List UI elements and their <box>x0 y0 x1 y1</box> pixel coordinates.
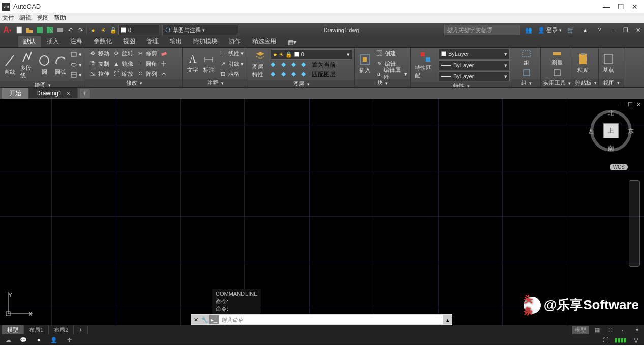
status-chat-icon[interactable]: 💬 <box>18 335 28 344</box>
viewcube[interactable]: 北 南 东 西 上 <box>588 108 634 154</box>
tab-start[interactable]: 开始 <box>2 88 29 99</box>
doc-close[interactable]: ✕ <box>632 25 644 35</box>
leader-button[interactable]: ↗引线▾ <box>218 59 245 68</box>
layer-tool-1[interactable]: ◆ <box>271 61 280 69</box>
circle-button[interactable]: 圆 <box>37 53 52 77</box>
erase-icon[interactable] <box>159 49 168 58</box>
table-button[interactable]: ⊞表格 <box>218 69 245 78</box>
scale-button[interactable]: ⛶缩放 <box>111 69 134 78</box>
copy-button[interactable]: ⿻复制 <box>87 59 110 68</box>
tab-addins[interactable]: 附加模块 <box>188 36 223 47</box>
rotate-button[interactable]: ⟳旋转 <box>111 49 134 58</box>
layer-tool-5[interactable]: ◆ <box>271 70 280 79</box>
menu-edit[interactable]: 编辑 <box>19 14 32 22</box>
layout-1[interactable]: 布局1 <box>24 325 49 335</box>
layer-lock-icon[interactable]: 🔒 <box>108 25 118 35</box>
tab-view[interactable]: 视图 <box>118 36 140 47</box>
layer-properties-button[interactable]: 图层特性 <box>250 49 270 79</box>
close-tab-icon[interactable]: ✕ <box>66 91 70 96</box>
tab-annotate[interactable]: 注释 <box>65 36 87 47</box>
drawing-canvas[interactable]: — ☐ ✕ 北 南 东 西 上 WCS Y X COMMANDLINE 命令: … <box>0 99 644 325</box>
tab-manage[interactable]: 管理 <box>141 36 164 47</box>
new-tab-button[interactable]: + <box>80 89 90 98</box>
viewport-minimize-icon[interactable]: — <box>619 101 626 108</box>
paste-button[interactable]: 粘贴 <box>575 52 591 75</box>
doc-minimize[interactable]: — <box>607 25 620 35</box>
layer-sun-icon[interactable]: ☀ <box>98 25 108 35</box>
status-model-badge[interactable]: 模型 <box>572 326 589 334</box>
layer-tool-6[interactable]: ◆ <box>281 70 290 79</box>
panel-annot-title[interactable]: 注释 <box>183 79 248 87</box>
layer-selector[interactable]: ● ☀ 🔒 0▾ <box>271 49 352 60</box>
layer-tool-2[interactable]: ◆ <box>281 61 290 69</box>
tab-drawing1[interactable]: Drawing1✕ <box>29 88 78 98</box>
panel-modify-title[interactable]: 修改 <box>85 79 182 87</box>
explode-icon[interactable] <box>159 59 168 68</box>
fillet-button[interactable]: ⌐圆角 <box>135 59 158 68</box>
match-properties-button[interactable]: 特性匹配 <box>413 50 438 80</box>
move-button[interactable]: ✥移动 <box>87 49 110 58</box>
panel-props-title[interactable]: 特性 <box>411 82 512 88</box>
dimension-button[interactable]: 标注 <box>201 53 217 75</box>
status-signal-icon[interactable]: ▮▮▮▮ <box>615 337 627 343</box>
block-create[interactable]: ⿴创建 <box>374 49 408 58</box>
offset-icon[interactable] <box>159 69 168 78</box>
layer-color-combo[interactable]: 0 <box>118 25 159 35</box>
login-button[interactable]: 👤登录▾ <box>538 26 562 34</box>
array-button[interactable]: ∷阵列 <box>135 69 158 78</box>
status-circle-icon[interactable]: ● <box>34 335 44 344</box>
menu-view[interactable]: 视图 <box>37 14 49 22</box>
panel-view-title[interactable]: 视图 <box>599 79 624 87</box>
cart-icon[interactable]: 🛒 <box>566 25 576 35</box>
doc-restore[interactable]: ❐ <box>620 25 632 35</box>
viewcube-south[interactable]: 南 <box>608 144 614 153</box>
color-selector[interactable]: ByLayer▾ <box>439 49 510 59</box>
maximize-button[interactable]: ☐ <box>614 0 628 13</box>
share-icon[interactable]: 👥 <box>524 25 534 35</box>
cmdline-expand-icon[interactable]: ▴ <box>443 315 452 324</box>
tab-parametric[interactable]: 参数化 <box>88 36 117 47</box>
mirror-button[interactable]: ▲镜像 <box>111 59 134 68</box>
panel-util-title[interactable]: 实用工具 <box>541 79 573 87</box>
layer-tool-8[interactable]: ◆ <box>301 70 311 79</box>
open-icon[interactable] <box>24 25 35 35</box>
help-icon[interactable]: ? <box>594 25 604 35</box>
status-person-icon[interactable]: 👤 <box>49 335 59 344</box>
layer-bulb-icon[interactable]: ● <box>88 25 98 35</box>
trim-button[interactable]: ✂修剪 <box>135 49 158 58</box>
ellipse-icon[interactable]: ▾ <box>69 60 83 69</box>
layer-tool-4[interactable]: ◆ <box>301 61 311 69</box>
status-maximize-icon[interactable]: ⛶ <box>600 335 610 344</box>
arc-button[interactable]: 圆弧 <box>53 53 68 77</box>
search-input[interactable]: 键入关键字或短语 <box>444 25 520 35</box>
exchange-icon[interactable]: ▲ <box>580 25 590 35</box>
redo-icon[interactable]: ↷ <box>75 25 85 35</box>
status-menu-icon[interactable]: ⋁ <box>631 335 641 344</box>
layout-model[interactable]: 模型 <box>2 325 24 335</box>
tab-collab[interactable]: 协作 <box>224 36 246 47</box>
block-editattr[interactable]: a编辑属性▾ <box>374 69 408 78</box>
panel-block-title[interactable]: 块 <box>355 79 410 87</box>
status-polar-icon[interactable]: ✦ <box>632 325 642 334</box>
menu-help[interactable]: 帮助 <box>54 14 66 22</box>
undo-icon[interactable]: ↶ <box>65 25 75 35</box>
status-target-icon[interactable]: ✢ <box>64 335 74 344</box>
line-button[interactable]: 直线 <box>2 53 17 77</box>
app-logo[interactable]: A▾ <box>0 24 14 36</box>
measure-button[interactable]: 测量 <box>549 49 565 68</box>
layer-tool-3[interactable]: ◆ <box>291 61 300 69</box>
menu-file[interactable]: 文件 <box>2 14 14 22</box>
status-cloud-icon[interactable]: ☁ <box>3 335 13 344</box>
save-icon[interactable] <box>35 25 45 35</box>
layer-tool-7[interactable]: ◆ <box>291 70 300 79</box>
saveas-icon[interactable] <box>45 25 55 35</box>
viewcube-east[interactable]: 东 <box>628 127 634 136</box>
cmdline-close-icon[interactable]: ✕ <box>191 315 200 324</box>
tab-output[interactable]: 输出 <box>165 36 187 47</box>
panel-draw-title[interactable]: 绘图 <box>0 81 85 88</box>
layer-match[interactable]: 匹配图层 <box>312 70 336 79</box>
hatch-icon[interactable]: ▾ <box>69 70 83 79</box>
panel-clip-title[interactable]: 剪贴板 <box>573 79 598 87</box>
status-grid-icon[interactable]: ▦ <box>592 325 602 334</box>
minimize-button[interactable]: — <box>599 0 614 13</box>
